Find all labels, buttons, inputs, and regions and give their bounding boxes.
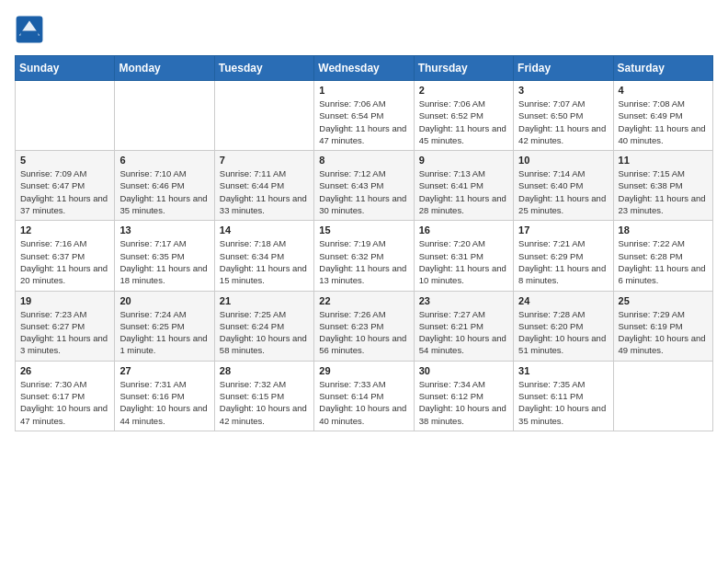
calendar-day-cell: 27Sunrise: 7:31 AM Sunset: 6:16 PM Dayli…: [115, 361, 214, 431]
calendar-day-cell: 6Sunrise: 7:10 AM Sunset: 6:46 PM Daylig…: [115, 151, 214, 221]
day-number: 15: [319, 224, 408, 236]
calendar-day-cell: 14Sunrise: 7:18 AM Sunset: 6:34 PM Dayli…: [214, 221, 313, 291]
day-number: 2: [419, 85, 508, 96]
day-info: Sunrise: 7:29 AM Sunset: 6:19 PM Dayligh…: [619, 308, 708, 357]
day-number: 11: [619, 155, 708, 166]
calendar-day-cell: 1Sunrise: 7:06 AM Sunset: 6:54 PM Daylig…: [314, 81, 414, 151]
calendar-day-cell: 12Sunrise: 7:16 AM Sunset: 6:37 PM Dayli…: [16, 221, 115, 291]
calendar-week-row: 5Sunrise: 7:09 AM Sunset: 6:47 PM Daylig…: [16, 151, 713, 221]
day-number: 3: [518, 85, 608, 96]
day-info: Sunrise: 7:35 AM Sunset: 6:11 PM Dayligh…: [518, 378, 608, 427]
day-info: Sunrise: 7:06 AM Sunset: 6:54 PM Dayligh…: [319, 98, 408, 146]
day-info: Sunrise: 7:18 AM Sunset: 6:34 PM Dayligh…: [220, 237, 309, 286]
calendar-day-cell: 29Sunrise: 7:33 AM Sunset: 6:14 PM Dayli…: [314, 361, 414, 431]
day-number: 14: [220, 224, 309, 236]
day-info: Sunrise: 7:30 AM Sunset: 6:17 PM Dayligh…: [20, 378, 109, 427]
day-info: Sunrise: 7:32 AM Sunset: 6:15 PM Dayligh…: [220, 378, 309, 427]
day-number: 10: [518, 155, 608, 166]
day-info: Sunrise: 7:10 AM Sunset: 6:46 PM Dayligh…: [119, 167, 209, 216]
day-number: 22: [319, 295, 408, 306]
day-info: Sunrise: 7:16 AM Sunset: 6:37 PM Dayligh…: [20, 237, 109, 286]
day-info: Sunrise: 7:20 AM Sunset: 6:31 PM Dayligh…: [419, 237, 508, 286]
day-number: 29: [319, 365, 408, 376]
calendar-day-cell: 17Sunrise: 7:21 AM Sunset: 6:29 PM Dayli…: [514, 221, 613, 291]
day-number: 24: [518, 295, 608, 306]
col-header-friday: Friday: [514, 56, 613, 81]
calendar-day-cell: 24Sunrise: 7:28 AM Sunset: 6:20 PM Dayli…: [514, 291, 613, 361]
day-number: 5: [20, 155, 109, 166]
col-header-tuesday: Tuesday: [214, 56, 313, 81]
empty-cell: [214, 81, 313, 151]
day-info: Sunrise: 7:24 AM Sunset: 6:25 PM Dayligh…: [119, 308, 209, 357]
calendar-week-row: 1Sunrise: 7:06 AM Sunset: 6:54 PM Daylig…: [16, 81, 713, 151]
day-info: Sunrise: 7:28 AM Sunset: 6:20 PM Dayligh…: [518, 308, 608, 357]
day-number: 21: [220, 295, 309, 306]
calendar-table: SundayMondayTuesdayWednesdayThursdayFrid…: [15, 55, 713, 431]
calendar-day-cell: 31Sunrise: 7:35 AM Sunset: 6:11 PM Dayli…: [514, 361, 613, 431]
day-info: Sunrise: 7:27 AM Sunset: 6:21 PM Dayligh…: [419, 308, 508, 357]
calendar-day-cell: 3Sunrise: 7:07 AM Sunset: 6:50 PM Daylig…: [514, 81, 613, 151]
day-number: 6: [119, 155, 209, 166]
calendar-week-row: 19Sunrise: 7:23 AM Sunset: 6:27 PM Dayli…: [16, 291, 713, 361]
day-info: Sunrise: 7:21 AM Sunset: 6:29 PM Dayligh…: [518, 237, 608, 286]
col-header-saturday: Saturday: [613, 56, 712, 81]
day-number: 26: [20, 365, 109, 376]
day-number: 17: [518, 224, 608, 236]
calendar-day-cell: 15Sunrise: 7:19 AM Sunset: 6:32 PM Dayli…: [314, 221, 414, 291]
col-header-sunday: Sunday: [16, 56, 115, 81]
day-number: 25: [619, 295, 708, 306]
calendar-day-cell: 13Sunrise: 7:17 AM Sunset: 6:35 PM Dayli…: [115, 221, 214, 291]
col-header-wednesday: Wednesday: [314, 56, 414, 81]
day-info: Sunrise: 7:07 AM Sunset: 6:50 PM Dayligh…: [518, 98, 608, 146]
calendar-day-cell: 22Sunrise: 7:26 AM Sunset: 6:23 PM Dayli…: [314, 291, 414, 361]
day-number: 9: [419, 155, 508, 166]
calendar-day-cell: 2Sunrise: 7:06 AM Sunset: 6:52 PM Daylig…: [414, 81, 513, 151]
day-info: Sunrise: 7:31 AM Sunset: 6:16 PM Dayligh…: [119, 378, 209, 427]
calendar-day-cell: 23Sunrise: 7:27 AM Sunset: 6:21 PM Dayli…: [414, 291, 513, 361]
calendar-day-cell: 4Sunrise: 7:08 AM Sunset: 6:49 PM Daylig…: [613, 81, 712, 151]
day-info: Sunrise: 7:11 AM Sunset: 6:44 PM Dayligh…: [220, 167, 309, 216]
day-number: 8: [319, 155, 408, 166]
calendar-day-cell: 25Sunrise: 7:29 AM Sunset: 6:19 PM Dayli…: [613, 291, 712, 361]
logo-icon: [15, 15, 44, 44]
calendar-day-cell: 11Sunrise: 7:15 AM Sunset: 6:38 PM Dayli…: [613, 151, 712, 221]
day-info: Sunrise: 7:17 AM Sunset: 6:35 PM Dayligh…: [119, 237, 209, 286]
empty-cell: [613, 361, 712, 431]
col-header-thursday: Thursday: [414, 56, 513, 81]
day-info: Sunrise: 7:08 AM Sunset: 6:49 PM Dayligh…: [619, 98, 708, 146]
day-number: 18: [619, 224, 708, 236]
calendar-day-cell: 30Sunrise: 7:34 AM Sunset: 6:12 PM Dayli…: [414, 361, 513, 431]
day-info: Sunrise: 7:06 AM Sunset: 6:52 PM Dayligh…: [419, 98, 508, 146]
calendar-header-row: SundayMondayTuesdayWednesdayThursdayFrid…: [16, 56, 713, 81]
day-info: Sunrise: 7:22 AM Sunset: 6:28 PM Dayligh…: [619, 237, 708, 286]
day-info: Sunrise: 7:23 AM Sunset: 6:27 PM Dayligh…: [20, 308, 109, 357]
day-info: Sunrise: 7:34 AM Sunset: 6:12 PM Dayligh…: [419, 378, 508, 427]
day-number: 7: [220, 155, 309, 166]
day-info: Sunrise: 7:19 AM Sunset: 6:32 PM Dayligh…: [319, 237, 408, 286]
calendar-day-cell: 8Sunrise: 7:12 AM Sunset: 6:43 PM Daylig…: [314, 151, 414, 221]
calendar-day-cell: 28Sunrise: 7:32 AM Sunset: 6:15 PM Dayli…: [214, 361, 313, 431]
day-info: Sunrise: 7:15 AM Sunset: 6:38 PM Dayligh…: [619, 167, 708, 216]
calendar-day-cell: 9Sunrise: 7:13 AM Sunset: 6:41 PM Daylig…: [414, 151, 513, 221]
calendar-week-row: 26Sunrise: 7:30 AM Sunset: 6:17 PM Dayli…: [16, 361, 713, 431]
calendar-day-cell: 18Sunrise: 7:22 AM Sunset: 6:28 PM Dayli…: [613, 221, 712, 291]
day-number: 19: [20, 295, 109, 306]
day-number: 23: [419, 295, 508, 306]
calendar-week-row: 12Sunrise: 7:16 AM Sunset: 6:37 PM Dayli…: [16, 221, 713, 291]
day-number: 16: [419, 224, 508, 236]
day-info: Sunrise: 7:25 AM Sunset: 6:24 PM Dayligh…: [220, 308, 309, 357]
page-header: [15, 15, 713, 44]
day-info: Sunrise: 7:26 AM Sunset: 6:23 PM Dayligh…: [319, 308, 408, 357]
day-number: 13: [119, 224, 209, 236]
day-number: 27: [119, 365, 209, 376]
day-info: Sunrise: 7:33 AM Sunset: 6:14 PM Dayligh…: [319, 378, 408, 427]
day-info: Sunrise: 7:12 AM Sunset: 6:43 PM Dayligh…: [319, 167, 408, 216]
empty-cell: [115, 81, 214, 151]
calendar-day-cell: 16Sunrise: 7:20 AM Sunset: 6:31 PM Dayli…: [414, 221, 513, 291]
calendar-day-cell: 26Sunrise: 7:30 AM Sunset: 6:17 PM Dayli…: [16, 361, 115, 431]
calendar-day-cell: 20Sunrise: 7:24 AM Sunset: 6:25 PM Dayli…: [115, 291, 214, 361]
day-number: 30: [419, 365, 508, 376]
calendar-day-cell: 19Sunrise: 7:23 AM Sunset: 6:27 PM Dayli…: [16, 291, 115, 361]
day-info: Sunrise: 7:14 AM Sunset: 6:40 PM Dayligh…: [518, 167, 608, 216]
day-number: 20: [119, 295, 209, 306]
